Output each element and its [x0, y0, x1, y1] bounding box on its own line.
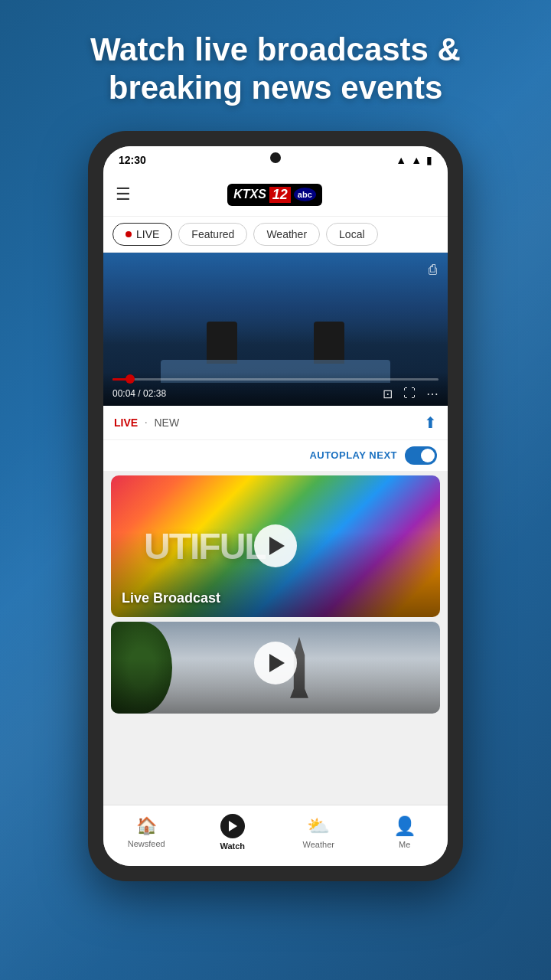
nav-label-weather: Weather	[303, 840, 334, 849]
tab-live[interactable]: LIVE	[112, 223, 172, 246]
status-bar: 12:30 ▲ ▲ ▮	[103, 146, 448, 174]
nav-label-watch: Watch	[220, 841, 245, 851]
battery-icon: ▮	[426, 154, 432, 166]
logo-network-text: abc	[294, 188, 316, 201]
more-options-button[interactable]: ⋯	[426, 387, 439, 401]
play-triangle-icon	[269, 537, 285, 555]
autoplay-row: AUTOPLAY NEXT	[103, 440, 448, 471]
progress-bar-container[interactable]	[112, 378, 439, 381]
live-badge-row: LIVE · NEW ⬆	[103, 406, 448, 440]
scroll-content[interactable]: LIVE · NEW ⬆ AUTOPLAY NEXT UTIFUL Live B…	[103, 406, 448, 805]
nav-item-me[interactable]: 👤 Me	[362, 805, 448, 860]
progress-thumb	[126, 374, 135, 384]
share-button[interactable]: ⬆	[424, 413, 437, 432]
live-dot-icon	[126, 231, 132, 237]
autoplay-label: AUTOPLAY NEXT	[309, 449, 397, 461]
wifi-icon: ▲	[396, 154, 406, 166]
time-display: 00:04 / 02:38	[112, 388, 166, 399]
controls-row: 00:04 / 02:38 ⊡ ⛶ ⋯	[112, 387, 439, 401]
logo-container: KTXS 12 abc	[140, 184, 409, 206]
chair-right-icon	[314, 322, 344, 364]
tab-weather[interactable]: Weather	[253, 223, 320, 246]
tab-live-label: LIVE	[136, 228, 159, 240]
ktxs-logo: KTXS 12 abc	[227, 184, 322, 206]
video-player: ⎙ 00:04 / 02:38 ⊡ ⛶ ⋯	[103, 253, 448, 406]
video-card-live-broadcast[interactable]: UTIFUL Live Broadcast	[111, 475, 440, 617]
tab-local[interactable]: Local	[326, 223, 377, 246]
nav-label-newsfeed: Newsfeed	[128, 839, 165, 848]
phone-frame: 12:30 ▲ ▲ ▮ ☰ KTXS 12 abc LIVE	[88, 131, 463, 881]
cast-button[interactable]: ⎙	[429, 262, 437, 278]
status-icons: ▲ ▲ ▮	[396, 154, 432, 166]
live-badge: LIVE	[114, 416, 138, 429]
control-buttons: ⊡ ⛶ ⋯	[383, 387, 439, 401]
signal-icon: ▲	[411, 154, 422, 166]
logo-ktxs-text: KTXS	[233, 188, 266, 201]
chair-left-icon	[207, 322, 237, 364]
nav-label-me: Me	[399, 840, 410, 849]
person-icon: 👤	[393, 815, 416, 837]
new-badge: NEW	[154, 416, 179, 429]
tab-weather-label: Weather	[266, 228, 307, 240]
subtitle-button[interactable]: ⊡	[383, 387, 393, 401]
nav-item-weather[interactable]: ⛅ Weather	[276, 805, 362, 860]
tab-featured-label: Featured	[191, 228, 234, 240]
video-card-rocket[interactable]	[111, 622, 440, 714]
separator-dot: ·	[145, 416, 152, 429]
home-icon: 🏠	[136, 816, 157, 836]
menu-button[interactable]: ☰	[116, 185, 131, 204]
play-button-live-broadcast[interactable]	[254, 524, 297, 567]
nav-item-watch[interactable]: Watch	[190, 805, 276, 860]
video-controls: 00:04 / 02:38 ⊡ ⛶ ⋯	[103, 372, 448, 406]
hero-text: Watch live broadcasts & breaking news ev…	[0, 0, 551, 131]
nav-item-newsfeed[interactable]: 🏠 Newsfeed	[103, 805, 190, 860]
tab-local-label: Local	[339, 228, 364, 240]
app-header: ☰ KTXS 12 abc	[103, 174, 448, 217]
watch-play-icon	[229, 821, 237, 831]
tabs-row: LIVE Featured Weather Local	[103, 217, 448, 253]
status-time: 12:30	[119, 154, 146, 166]
bottom-nav: 🏠 Newsfeed Watch ⛅ Weather 👤 Me	[103, 805, 448, 866]
play-triangle-icon-rocket	[269, 654, 285, 672]
live-new-badges: LIVE · NEW	[114, 416, 179, 430]
watch-circle-icon	[220, 814, 245, 838]
autoplay-toggle[interactable]	[405, 446, 437, 465]
video-card-label-live-broadcast: Live Broadcast	[122, 590, 220, 606]
play-button-rocket[interactable]	[254, 642, 297, 684]
weather-icon: ⛅	[307, 815, 330, 837]
fullscreen-button[interactable]: ⛶	[403, 387, 416, 400]
tab-featured[interactable]: Featured	[178, 223, 247, 246]
logo-number-text: 12	[269, 187, 291, 203]
phone-screen: 12:30 ▲ ▲ ▮ ☰ KTXS 12 abc LIVE	[103, 146, 448, 866]
